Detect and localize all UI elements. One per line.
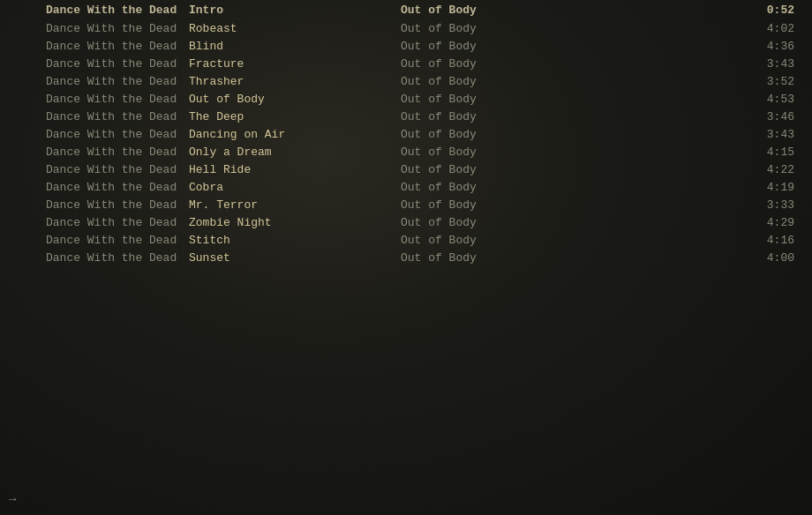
track-artist: Dance With the Dead — [0, 234, 185, 247]
track-title: Zombie Night — [185, 216, 397, 229]
track-title: Dancing on Air — [185, 128, 397, 141]
track-album: Out of Body — [397, 110, 609, 123]
track-duration: 4:22 — [609, 163, 812, 176]
track-album: Out of Body — [397, 75, 609, 88]
table-row[interactable]: Dance With the DeadBlindOut of Body4:36 — [0, 37, 812, 55]
track-title: Mr. Terror — [185, 198, 397, 212]
table-row[interactable]: Dance With the DeadHell RideOut of Body4… — [0, 160, 812, 178]
track-artist: Dance With the Dead — [0, 163, 185, 176]
track-title: Cobra — [185, 181, 397, 194]
track-title: Fracture — [185, 57, 397, 71]
track-title: Hell Ride — [185, 163, 397, 176]
table-row[interactable]: Dance With the DeadRobeastOut of Body4:0… — [0, 19, 812, 37]
track-title: The Deep — [185, 110, 397, 123]
track-artist: Dance With the Dead — [0, 40, 185, 53]
track-artist: Dance With the Dead — [0, 216, 185, 229]
track-album: Out of Body — [397, 57, 609, 71]
table-row[interactable]: Dance With the DeadFractureOut of Body3:… — [0, 55, 812, 72]
table-header: Dance With the Dead Intro Out of Body 0:… — [0, 0, 812, 19]
track-album: Out of Body — [397, 251, 609, 265]
table-row[interactable]: Dance With the DeadSunsetOut of Body4:00 — [0, 249, 812, 266]
track-duration: 3:52 — [609, 75, 812, 88]
track-duration: 3:46 — [609, 110, 812, 123]
track-artist: Dance With the Dead — [0, 75, 185, 88]
track-title: Sunset — [185, 251, 397, 265]
track-album: Out of Body — [397, 93, 609, 106]
table-row[interactable]: Dance With the DeadZombie NightOut of Bo… — [0, 213, 812, 231]
track-album: Out of Body — [397, 128, 609, 141]
table-row[interactable]: Dance With the DeadThe DeepOut of Body3:… — [0, 108, 812, 125]
table-row[interactable]: Dance With the DeadCobraOut of Body4:19 — [0, 178, 812, 196]
track-album: Out of Body — [397, 22, 609, 35]
track-title: Robeast — [185, 22, 397, 35]
track-duration: 4:36 — [609, 40, 812, 53]
track-artist: Dance With the Dead — [0, 128, 185, 141]
track-artist: Dance With the Dead — [0, 146, 185, 159]
track-title: Out of Body — [185, 93, 397, 106]
track-duration: 4:00 — [609, 251, 812, 265]
header-album: Out of Body — [397, 4, 609, 17]
track-album: Out of Body — [397, 216, 609, 229]
track-album: Out of Body — [397, 163, 609, 176]
table-row[interactable]: Dance With the DeadOnly a DreamOut of Bo… — [0, 143, 812, 160]
header-artist: Dance With the Dead — [0, 4, 185, 17]
track-duration: 4:53 — [609, 93, 812, 106]
header-title: Intro — [185, 4, 397, 17]
track-album: Out of Body — [397, 198, 609, 212]
track-duration: 3:43 — [609, 57, 812, 71]
arrow-indicator: → — [9, 492, 16, 506]
track-duration: 4:02 — [609, 22, 812, 35]
track-duration: 4:15 — [609, 146, 812, 159]
track-title: Thrasher — [185, 75, 397, 88]
track-artist: Dance With the Dead — [0, 251, 185, 265]
track-duration: 3:43 — [609, 128, 812, 141]
track-artist: Dance With the Dead — [0, 93, 185, 106]
table-row[interactable]: Dance With the DeadDancing on AirOut of … — [0, 125, 812, 143]
track-artist: Dance With the Dead — [0, 198, 185, 212]
table-row[interactable]: Dance With the DeadOut of BodyOut of Bod… — [0, 90, 812, 108]
track-duration: 3:33 — [609, 198, 812, 212]
track-album: Out of Body — [397, 181, 609, 194]
track-artist: Dance With the Dead — [0, 181, 185, 194]
track-title: Blind — [185, 40, 397, 53]
track-duration: 4:16 — [609, 234, 812, 247]
track-title: Stitch — [185, 234, 397, 247]
header-duration: 0:52 — [609, 4, 812, 17]
track-album: Out of Body — [397, 146, 609, 159]
track-artist: Dance With the Dead — [0, 110, 185, 123]
track-artist: Dance With the Dead — [0, 57, 185, 71]
track-list: Dance With the Dead Intro Out of Body 0:… — [0, 0, 812, 266]
table-row[interactable]: Dance With the DeadStitchOut of Body4:16 — [0, 231, 812, 249]
track-album: Out of Body — [397, 40, 609, 53]
track-duration: 4:29 — [609, 216, 812, 229]
table-row[interactable]: Dance With the DeadThrasherOut of Body3:… — [0, 72, 812, 90]
track-duration: 4:19 — [609, 181, 812, 194]
track-artist: Dance With the Dead — [0, 22, 185, 35]
table-row[interactable]: Dance With the DeadMr. TerrorOut of Body… — [0, 196, 812, 213]
track-album: Out of Body — [397, 234, 609, 247]
track-title: Only a Dream — [185, 146, 397, 159]
